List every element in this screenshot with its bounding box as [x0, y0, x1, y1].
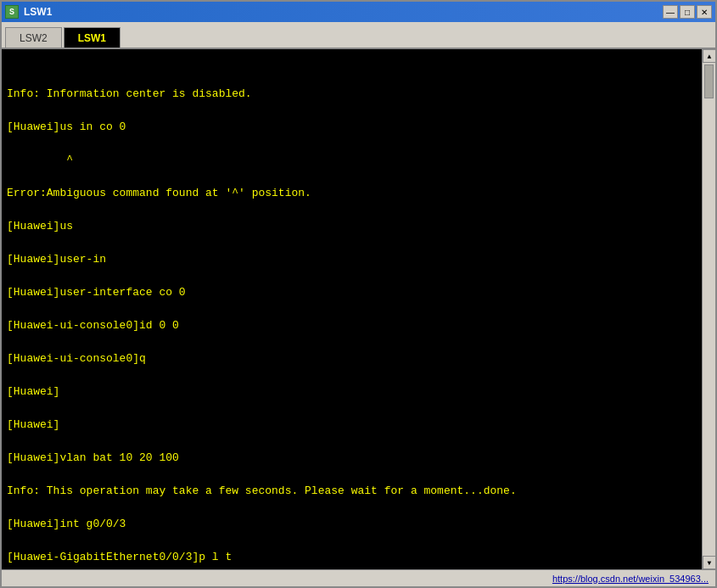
terminal-content[interactable]: Info: Information center is disabled. [H… — [2, 49, 702, 569]
tab-lsw1[interactable]: LSW1 — [64, 27, 120, 48]
terminal-container: Info: Information center is disabled. [H… — [2, 49, 715, 569]
title-bar: S LSW1 — □ ✕ — [2, 2, 715, 22]
scroll-up-button[interactable]: ▲ — [703, 49, 715, 63]
terminal-line: ^ — [7, 152, 697, 169]
terminal-line: [Huawei]int g0/0/3 — [7, 516, 697, 533]
status-bar: https://blog.csdn.net/weixin_534963... — [2, 569, 715, 586]
title-controls: — □ ✕ — [663, 5, 712, 19]
terminal-line: [Huawei-ui-console0]id 0 0 — [7, 317, 697, 334]
maximize-button[interactable]: □ — [680, 5, 695, 19]
terminal-line: [Huawei]user-interface co 0 — [7, 284, 697, 301]
terminal-line: [Huawei]vlan bat 10 20 100 — [7, 450, 697, 467]
terminal-line: Info: Information center is disabled. — [7, 86, 697, 103]
terminal-line: [Huawei]us — [7, 218, 697, 235]
terminal-line: [Huawei]user-in — [7, 251, 697, 268]
terminal-line: [Huawei] — [7, 384, 697, 400]
title-bar-left: S LSW1 — [5, 5, 52, 19]
scroll-thumb[interactable] — [704, 64, 714, 98]
close-button[interactable]: ✕ — [697, 5, 712, 19]
terminal-line: Error:Ambiguous command found at '^' pos… — [7, 185, 697, 202]
tab-lsw2[interactable]: LSW2 — [5, 27, 62, 48]
terminal-line: [Huawei-GigabitEthernet0/0/3]p l t — [7, 549, 697, 566]
window-title: LSW1 — [24, 6, 52, 18]
scroll-down-button[interactable]: ▼ — [703, 556, 715, 569]
window-icon: S — [5, 5, 19, 19]
window-frame: S LSW1 — □ ✕ LSW2 LSW1 Info: Information… — [0, 0, 717, 588]
scroll-track — [703, 63, 715, 556]
tab-bar: LSW2 LSW1 — [2, 22, 715, 49]
terminal-line: [Huawei]us in co 0 — [7, 119, 697, 136]
minimize-button[interactable]: — — [663, 5, 678, 19]
terminal-line: [Huawei] — [7, 417, 697, 434]
scrollbar: ▲ ▼ — [702, 49, 715, 569]
terminal-line: Info: This operation may take a few seco… — [7, 483, 697, 500]
terminal-line: [Huawei-ui-console0]q — [7, 350, 697, 367]
status-url[interactable]: https://blog.csdn.net/weixin_534963... — [552, 574, 709, 584]
